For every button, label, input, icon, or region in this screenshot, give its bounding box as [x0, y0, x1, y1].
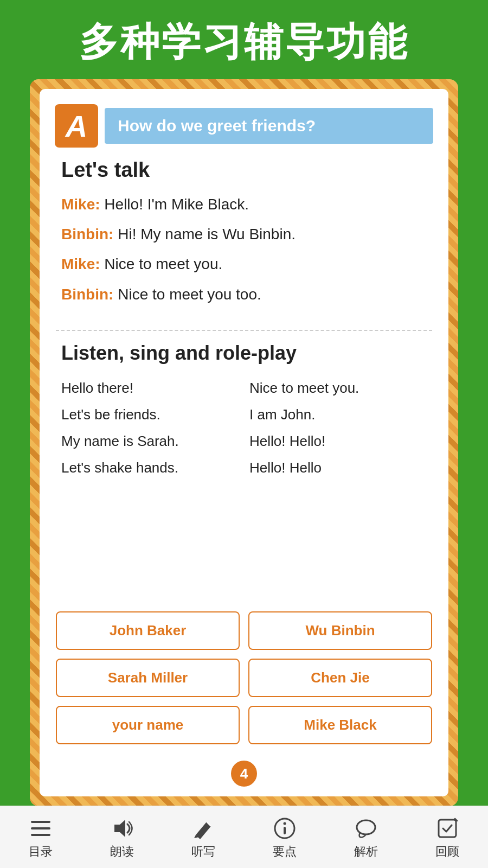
dialogue-text-3: Nice to meet you.: [104, 256, 222, 272]
nav-label-read: 朗读: [110, 844, 134, 860]
nav-item-analysis[interactable]: 解析: [325, 816, 407, 860]
page-header: 多种学习辅导功能: [0, 0, 488, 79]
section-a-header: A How do we greet friends?: [55, 104, 433, 148]
info-icon: [273, 816, 297, 840]
header-title: 多种学习辅导功能: [79, 20, 409, 63]
speaker-binbin-1: Binbin:: [61, 226, 113, 242]
dialogue-line-3: Mike: Nice to meet you.: [61, 253, 427, 275]
section-a-title: How do we greet friends?: [105, 108, 433, 144]
nav-label-keypoints: 要点: [273, 844, 297, 860]
letter-a: A: [66, 108, 87, 144]
svg-point-6: [284, 822, 286, 825]
dialogue-text-4: Nice to meet you too.: [118, 286, 261, 303]
lyric-right-2: I am John.: [249, 404, 427, 425]
lets-talk-title: Let's talk: [61, 158, 427, 182]
speaker-icon: [110, 816, 134, 840]
nav-label-dictation: 听写: [191, 844, 215, 860]
lyrics-grid: Hello there! Nice to meet you. Let's be …: [61, 378, 427, 478]
lyric-left-3: My name is Sarah.: [61, 431, 239, 452]
lyric-left-2: Let's be friends.: [61, 404, 239, 425]
nav-label-review: 回顾: [435, 844, 459, 860]
nav-label-contents: 目录: [29, 844, 53, 860]
dialogue-text-1: Hello! I'm Mike Black.: [104, 196, 249, 213]
lyric-right-1: Nice to meet you.: [249, 378, 427, 399]
name-btn-wu-binbin[interactable]: Wu Binbin: [248, 611, 432, 650]
dialogue-line-2: Binbin: Hi! My name is Wu Binbin.: [61, 224, 427, 245]
svg-rect-1: [31, 827, 50, 829]
nav-item-review[interactable]: 回顾: [407, 816, 488, 860]
svg-rect-5: [284, 827, 286, 834]
page-number-wrapper: 4: [40, 761, 448, 787]
speaker-binbin-2: Binbin:: [61, 286, 113, 303]
lyric-left-1: Hello there!: [61, 378, 239, 399]
speaker-mike-2: Mike:: [61, 256, 100, 272]
letter-a-box: A: [55, 104, 98, 148]
name-btn-sarah-miller[interactable]: Sarah Miller: [56, 659, 240, 697]
page-number: 4: [231, 761, 257, 787]
nav-label-analysis: 解析: [354, 844, 378, 860]
dialogue-line-4: Binbin: Nice to meet you too.: [61, 284, 427, 305]
name-btn-your-name[interactable]: your name: [56, 706, 240, 744]
name-btn-chen-jie[interactable]: Chen Jie: [248, 659, 432, 697]
listen-title: Listen, sing and role-play: [61, 342, 427, 365]
nav-item-contents[interactable]: 目录: [0, 816, 81, 860]
review-icon: [435, 816, 459, 840]
listen-section: Listen, sing and role-play Hello there! …: [40, 342, 448, 611]
svg-point-7: [357, 820, 375, 834]
list-icon: [29, 816, 53, 840]
lyric-left-4: Let's shake hands.: [61, 457, 239, 478]
nav-item-read[interactable]: 朗读: [81, 816, 163, 860]
lyric-right-4: Hello! Hello: [249, 457, 427, 478]
svg-marker-3: [114, 820, 125, 837]
name-btn-mike-black[interactable]: Mike Black: [248, 706, 432, 744]
svg-rect-0: [31, 821, 50, 823]
section-divider: [56, 330, 432, 331]
main-card: A How do we greet friends? Let's talk Mi…: [40, 89, 448, 796]
lets-talk-section: Let's talk Mike: Hello! I'm Mike Black. …: [40, 158, 448, 324]
dialogue-text-2: Hi! My name is Wu Binbin.: [118, 226, 296, 242]
name-buttons-grid: John Baker Wu Binbin Sarah Miller Chen J…: [56, 611, 432, 744]
svg-rect-8: [439, 820, 456, 837]
nav-item-dictation[interactable]: 听写: [163, 816, 244, 860]
speaker-mike-1: Mike:: [61, 196, 100, 213]
main-card-wrapper: A How do we greet friends? Let's talk Mi…: [30, 79, 458, 806]
bottom-navigation: 目录 朗读 听写 要点 解析: [0, 806, 488, 868]
name-btn-john-baker[interactable]: John Baker: [56, 611, 240, 650]
dialogue-line-1: Mike: Hello! I'm Mike Black.: [61, 194, 427, 215]
nav-item-keypoints[interactable]: 要点: [244, 816, 325, 860]
pencil-icon: [191, 816, 215, 840]
chat-icon: [354, 816, 378, 840]
lyric-right-3: Hello! Hello!: [249, 431, 427, 452]
svg-rect-2: [31, 834, 50, 836]
